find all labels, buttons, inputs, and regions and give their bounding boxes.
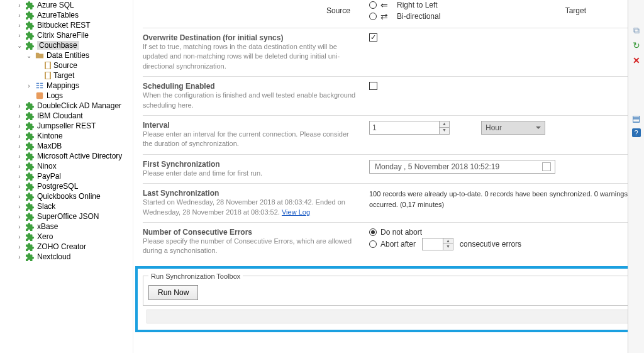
chevron-right-icon[interactable]: ›: [16, 112, 23, 120]
chevron-right-icon[interactable]: ›: [16, 142, 23, 150]
puzzle-icon: [26, 202, 35, 211]
tree-item-xbase[interactable]: ›xBase: [3, 221, 133, 232]
tree-label: Nextcloud: [37, 252, 70, 261]
chevron-right-icon[interactable]: ›: [16, 102, 23, 109]
tree-item-mappings[interactable]: ›Mappings: [3, 81, 133, 91]
tree-item-azuretables[interactable]: ›AzureTables: [3, 10, 133, 20]
tree-item-doubleclick-ad-manager[interactable]: ›DoubleClick AD Manager: [3, 101, 133, 111]
puzzle-icon: [26, 1, 35, 9]
tree-item-logs[interactable]: Logs: [3, 91, 133, 101]
map-icon: [35, 81, 44, 90]
tree-item-slack[interactable]: ›Slack: [3, 201, 133, 211]
tree-item-zoho-creator[interactable]: ›ZOHO Creator: [3, 242, 133, 252]
toolbox-legend: Run Synchronization Toolbox: [148, 272, 243, 280]
tree-item-postgresql[interactable]: ›PostgreSQL: [3, 181, 133, 191]
sched-desc: When the configuration is finished and w…: [143, 91, 357, 110]
run-now-button[interactable]: Run Now: [148, 285, 198, 300]
tree-label: PayPal: [37, 172, 61, 181]
chevron-right-icon[interactable]: ›: [16, 253, 23, 261]
abort-after-label: Abort after: [380, 240, 416, 249]
tree-item-source[interactable]: Source: [3, 60, 133, 70]
abort-spinner[interactable]: ▲▼: [443, 238, 453, 250]
tree-item-ibm-cloudant[interactable]: ›IBM Cloudant: [3, 111, 133, 121]
puzzle-icon: [26, 132, 35, 140]
overwrite-checkbox[interactable]: [369, 33, 377, 42]
radio-do-not-abort[interactable]: [369, 228, 377, 236]
chevron-right-icon[interactable]: ›: [16, 172, 23, 180]
chevron-right-icon[interactable]: ›: [16, 21, 23, 29]
tree-label: xBase: [37, 222, 58, 231]
direction-row: Source ⇐ Right to Left ⇄ Bi-directional …: [143, 0, 636, 28]
window-icon[interactable]: ▤: [631, 113, 641, 123]
chevron-right-icon[interactable]: ›: [16, 152, 23, 160]
puzzle-icon: [26, 121, 35, 130]
chevron-right-icon[interactable]: ›: [16, 132, 23, 140]
run-fieldset: Run Synchronization Toolbox Run Now: [143, 272, 635, 306]
tree-label: Ninox: [37, 162, 57, 171]
tree-item-bitbucket-rest[interactable]: ›Bitbucket REST: [3, 20, 133, 30]
tree-item-citrix-sharefile[interactable]: ›Citrix ShareFile: [3, 30, 133, 40]
tree-item-quickbooks-online[interactable]: ›Quickbooks Online: [3, 191, 133, 201]
chevron-right-icon[interactable]: ›: [16, 11, 23, 19]
last-desc-text: Started on Wednesday, 28 November 2018 a…: [143, 198, 345, 215]
bi-label: Bi-directional: [397, 12, 440, 21]
chevron-right-icon[interactable]: ›: [16, 31, 23, 39]
tree-label: Jumpseller REST: [37, 121, 96, 130]
chevron-right-icon[interactable]: ›: [16, 213, 23, 220]
chevron-right-icon[interactable]: ›: [16, 1, 23, 9]
chevron-down-icon[interactable]: ⌄: [25, 52, 33, 59]
doc-icon: [45, 72, 51, 79]
abort-count-input[interactable]: ▲▼: [422, 238, 453, 250]
main-panel: Source ⇐ Right to Left ⇄ Bi-directional …: [133, 0, 644, 353]
tree-item-maxdb[interactable]: ›MaxDB: [3, 141, 133, 151]
tree-item-paypal[interactable]: ›PayPal: [3, 171, 133, 181]
chevron-right-icon[interactable]: ›: [16, 122, 23, 130]
sidebar-tree[interactable]: ›Azure SQL›AzureTables›Bitbucket REST›Ci…: [0, 0, 133, 353]
tree-item-azure-sql[interactable]: ›Azure SQL: [3, 0, 133, 10]
sched-checkbox[interactable]: [369, 82, 377, 90]
radio-bidirectional[interactable]: [369, 13, 377, 20]
chevron-right-icon[interactable]: ›: [16, 243, 23, 250]
tree-item-superoffice-json[interactable]: ›SuperOffice JSON: [3, 211, 133, 221]
tree-item-data-entities[interactable]: ⌄Data Entities: [3, 50, 133, 60]
radio-abort-after[interactable]: [369, 240, 377, 248]
tree-label: Mappings: [47, 81, 79, 90]
tree-item-target[interactable]: Target: [3, 70, 133, 81]
chevron-right-icon[interactable]: ›: [16, 182, 23, 190]
view-log-link[interactable]: View Log: [282, 208, 310, 216]
overwrite-desc: If set to true, matching rows in the dat…: [143, 42, 357, 71]
chevron-right-icon[interactable]: ›: [16, 223, 23, 230]
chevron-right-icon[interactable]: ›: [16, 203, 23, 210]
chevron-right-icon[interactable]: ›: [16, 193, 23, 200]
right-toolbar: ⧉ ↻ ✕ ▤ ?: [628, 0, 644, 353]
tree-item-kintone[interactable]: ›Kintone: [3, 131, 133, 141]
tree-item-ninox[interactable]: ›Ninox: [3, 161, 133, 171]
tree-label: AzureTables: [37, 11, 79, 20]
delete-icon[interactable]: ✕: [631, 55, 641, 65]
tree-item-nextcloud[interactable]: ›Nextcloud: [3, 252, 133, 262]
errors-desc: Please specify the number of Consecutive…: [143, 237, 357, 256]
first-value: Monday , 5 November 2018 10:52:19: [375, 162, 499, 171]
radio-right-to-left[interactable]: [369, 1, 377, 9]
tree-label: IBM Cloudant: [37, 111, 83, 120]
first-datetime-input[interactable]: Monday , 5 November 2018 10:52:19: [369, 160, 555, 174]
chevron-down-icon[interactable]: ⌄: [16, 42, 23, 49]
tree-item-jumpseller-rest[interactable]: ›Jumpseller REST: [3, 121, 133, 131]
tree-label: MaxDB: [37, 142, 62, 150]
tree-item-xero[interactable]: ›Xero: [3, 232, 133, 242]
tree-item-couchbase[interactable]: ⌄Couchbase: [3, 40, 133, 50]
chevron-right-icon[interactable]: ›: [25, 82, 33, 89]
tree-label: Bitbucket REST: [37, 21, 91, 30]
interval-unit-dropdown[interactable]: Hour: [481, 121, 545, 135]
tree-label: Microsoft Active Directory: [37, 152, 122, 160]
chevron-right-icon[interactable]: ›: [16, 162, 23, 170]
copy-icon[interactable]: ⧉: [631, 25, 641, 35]
interval-input[interactable]: 1 ▲▼: [369, 121, 450, 135]
refresh-icon[interactable]: ↻: [631, 40, 641, 50]
toolbox-status-area: [147, 310, 631, 323]
help-icon[interactable]: ?: [632, 128, 641, 137]
puzzle-icon: [26, 252, 35, 261]
chevron-right-icon[interactable]: ›: [16, 233, 23, 240]
interval-spinner[interactable]: ▲▼: [439, 121, 449, 134]
tree-item-microsoft-active-directory[interactable]: ›Microsoft Active Directory: [3, 151, 133, 161]
